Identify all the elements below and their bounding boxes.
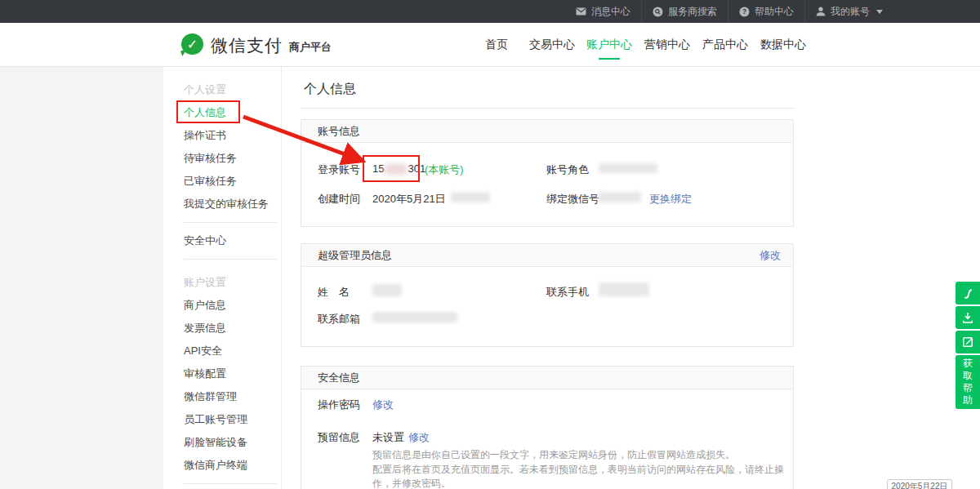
topbar: 消息中心 服务商搜索 ? 帮助中心 我的账号 xyxy=(0,0,980,23)
redacted-name xyxy=(372,284,402,296)
brand-title: 微信支付 xyxy=(211,34,283,57)
sidebar-item-merchant-info[interactable]: 商户信息 xyxy=(163,294,281,317)
edit-admin-link[interactable]: 修改 xyxy=(760,244,781,266)
topbar-item-help-center[interactable]: ? 帮助中心 xyxy=(728,0,804,23)
operation-password-label: 操作密码 xyxy=(318,398,360,412)
search-circle-icon xyxy=(653,7,663,17)
sidebar-divider xyxy=(184,483,277,484)
nav-product-center[interactable]: 产品中心 xyxy=(702,23,748,66)
annotation-arrow xyxy=(237,109,372,170)
nav-marketing-center[interactable]: 营销中心 xyxy=(644,23,690,66)
topbar-item-message-center[interactable]: 消息中心 xyxy=(565,0,641,23)
section-title: 超级管理员信息 xyxy=(318,244,392,266)
portal-title: 商户平台 xyxy=(289,40,332,55)
name-label: 姓 名 xyxy=(318,285,350,300)
float-toolbar: 获取帮助 xyxy=(956,282,980,409)
nav-data-center[interactable]: 数据中心 xyxy=(760,23,806,66)
page-title: 个人信息 xyxy=(304,81,356,98)
edit-reserved-info-link[interactable]: 修改 xyxy=(408,430,430,445)
redacted-contact-phone xyxy=(599,282,649,296)
svg-text:?: ? xyxy=(742,7,746,16)
chevron-down-icon xyxy=(876,10,883,14)
account-info-header: 账号信息 xyxy=(301,120,793,143)
help-circle-icon: ? xyxy=(739,7,750,17)
topbar-item-label: 服务商搜索 xyxy=(668,5,717,19)
logo-check-glyph: ✓ xyxy=(187,37,198,52)
sidebar-divider xyxy=(184,222,277,223)
envelope-icon xyxy=(576,7,586,16)
account-role-label: 账号角色 xyxy=(546,162,589,177)
sidebar-item-api-security[interactable]: API安全 xyxy=(163,340,281,362)
user-icon xyxy=(816,7,826,16)
topbar-item-label: 消息中心 xyxy=(591,5,630,19)
sidebar-item-my-submitted-review-tasks[interactable]: 我提交的审核任务 xyxy=(163,193,281,216)
sidebar-group-personal-settings: 个人设置 xyxy=(184,78,281,101)
super-admin-section: 超级管理员信息 修改 姓 名 联系手机 联系邮箱 xyxy=(301,243,794,347)
reserved-info-status: 未设置 xyxy=(372,430,404,445)
redacted-bound-wechat xyxy=(599,192,641,202)
sidebar-item-face-smart-device[interactable]: 刷脸智能设备 xyxy=(163,431,281,454)
description-line: 配置后将在首页及充值页面显示。若未看到预留信息，表明当前访问的网站存在风险，请终… xyxy=(372,463,785,489)
change-binding-link[interactable]: 更换绑定 xyxy=(649,192,692,207)
get-help-label: 获取帮助 xyxy=(963,358,973,407)
nav-transaction-center[interactable]: 交易中心 xyxy=(529,23,575,66)
annotation-box-sidebar-personal-info xyxy=(176,100,240,123)
sidebar-item-reviewed-tasks[interactable]: 已审核任务 xyxy=(163,170,281,193)
logo-divider xyxy=(278,37,279,54)
date-tooltip: 2020年5月22日 xyxy=(887,479,952,489)
contact-icon xyxy=(960,286,975,300)
topbar-item-provider-search[interactable]: 服务商搜索 xyxy=(641,0,728,23)
sidebar-item-staff-account-management[interactable]: 员工账号管理 xyxy=(163,408,281,431)
sidebar-item-invoice-info[interactable]: 发票信息 xyxy=(163,317,281,340)
wechat-pay-logo-icon: ✓ xyxy=(181,33,203,55)
header: ✓ 微信支付 商户平台 首页 交易中心 账户中心 营销中心 产品中心 数据中心 xyxy=(0,23,980,67)
contact-email-label: 联系邮箱 xyxy=(318,312,360,327)
left-gutter xyxy=(0,67,163,489)
description-line: 预留信息是由你自己设置的一段文字，用来鉴定网站身份，防止假冒网站造成损失。 xyxy=(372,448,785,463)
redacted-created-tail xyxy=(451,192,490,202)
redacted-account-role xyxy=(599,163,657,173)
download-icon xyxy=(960,310,975,325)
section-title: 安全信息 xyxy=(318,367,360,389)
topbar-item-my-account[interactable]: 我的账号 xyxy=(804,0,893,23)
contact-service-button[interactable] xyxy=(956,282,980,305)
topbar-item-label: 帮助中心 xyxy=(755,5,794,19)
super-admin-header: 超级管理员信息 修改 xyxy=(301,244,793,267)
sidebar-group-account-settings: 账户设置 xyxy=(184,271,281,294)
feedback-button[interactable] xyxy=(956,331,980,353)
sidebar-item-wechat-merchant-terminal[interactable]: 微信商户终端 xyxy=(163,454,281,477)
nav-account-center[interactable]: 账户中心 xyxy=(586,23,632,66)
reserved-info-description: 预留信息是由你自己设置的一段文字，用来鉴定网站身份，防止假冒网站造成损失。 配置… xyxy=(372,448,785,489)
sidebar-item-wechat-group-management[interactable]: 微信群管理 xyxy=(163,385,281,408)
download-button[interactable] xyxy=(956,306,980,329)
current-account-tag: (本账号) xyxy=(425,162,464,177)
reserved-info-label: 预留信息 xyxy=(318,430,360,445)
created-time-value: 2020年5月21日 xyxy=(372,192,446,207)
edit-password-link[interactable]: 修改 xyxy=(372,398,394,412)
feedback-edit-icon xyxy=(960,335,975,349)
get-help-button[interactable]: 获取帮助 xyxy=(956,355,980,409)
redacted-contact-email xyxy=(372,312,457,322)
bound-wechat-label: 绑定微信号 xyxy=(546,192,599,207)
security-info-section: 安全信息 操作密码 修改 预留信息 未设置 修改 预留信息是由你自己设置的一段文… xyxy=(301,366,794,489)
sidebar-item-security-center[interactable]: 安全中心 xyxy=(163,229,281,252)
wechat-pay-merchant-page: 消息中心 服务商搜索 ? 帮助中心 我的账号 ✓ 微信支付 商户平台 首页 交易… xyxy=(0,0,980,489)
topbar-item-label: 我的账号 xyxy=(831,5,870,19)
nav-home[interactable]: 首页 xyxy=(485,23,508,66)
contact-phone-label: 联系手机 xyxy=(546,285,589,300)
title-rule xyxy=(301,108,794,109)
sidebar-divider xyxy=(184,259,277,260)
topbar-items: 消息中心 服务商搜索 ? 帮助中心 我的账号 xyxy=(565,0,893,23)
annotation-box-login-account xyxy=(363,155,420,182)
created-time-label: 创建时间 xyxy=(318,192,360,207)
security-info-header: 安全信息 xyxy=(301,367,793,389)
sidebar-item-review-config[interactable]: 审核配置 xyxy=(163,362,281,385)
